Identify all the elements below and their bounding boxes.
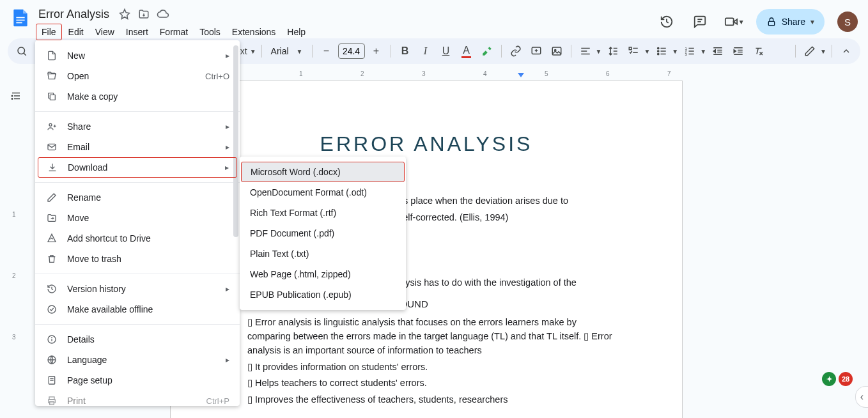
- file-menu-version-history[interactable]: Version history▸: [35, 279, 240, 299]
- insert-link-icon[interactable]: [507, 42, 525, 60]
- download-html[interactable]: Web Page (.html, zipped): [240, 264, 406, 284]
- download-docx[interactable]: Microsoft Word (.docx): [241, 162, 405, 182]
- folder-open-icon: [45, 70, 58, 82]
- submenu-arrow-icon: ▸: [226, 355, 229, 364]
- editing-mode-icon[interactable]: [801, 42, 819, 60]
- ruler-tick: 3: [422, 70, 426, 77]
- star-icon[interactable]: [118, 8, 131, 20]
- bold-icon[interactable]: B: [396, 42, 414, 60]
- increase-font-size[interactable]: +: [368, 42, 385, 60]
- submenu-arrow-icon: ▸: [225, 163, 229, 172]
- bulleted-list-icon[interactable]: [653, 42, 670, 60]
- align-icon[interactable]: [577, 42, 594, 60]
- docs-home-icon[interactable]: [8, 5, 33, 31]
- globe-icon: [45, 353, 58, 366]
- search-menus-icon[interactable]: [13, 42, 31, 60]
- collapse-toolbar-icon[interactable]: [837, 42, 855, 60]
- comments-icon[interactable]: [687, 9, 713, 35]
- chevron-down-icon[interactable]: ▼: [672, 48, 678, 55]
- explore-badges[interactable]: ✦ 28: [822, 372, 853, 386]
- page-setup-icon: [45, 374, 58, 387]
- trash-icon: [45, 252, 58, 265]
- file-menu-share[interactable]: Share▸: [35, 116, 240, 137]
- file-menu-offline[interactable]: Make available offline: [35, 299, 240, 320]
- checklist-icon[interactable]: [624, 42, 642, 60]
- explore-badge-icon[interactable]: ✦: [822, 372, 836, 386]
- download-odt[interactable]: OpenDocument Format (.odt): [240, 182, 406, 203]
- submenu-arrow-icon: ▸: [226, 284, 229, 293]
- italic-icon[interactable]: I: [417, 42, 435, 60]
- file-menu-language[interactable]: Language▸: [35, 350, 240, 370]
- file-menu-make-copy[interactable]: Make a copy: [35, 86, 240, 107]
- underline-icon[interactable]: U: [437, 42, 455, 60]
- copy-icon: [45, 90, 58, 103]
- svg-rect-5: [725, 19, 734, 26]
- chevron-down-icon[interactable]: ▼: [250, 48, 256, 55]
- ruler-tick: 5: [545, 70, 548, 77]
- offline-icon: [45, 303, 58, 316]
- increase-indent-icon[interactable]: [729, 42, 747, 60]
- history-icon: [45, 283, 58, 295]
- menu-format[interactable]: Format: [155, 24, 193, 40]
- file-menu-rename[interactable]: Rename: [35, 187, 240, 208]
- folder-move-icon: [45, 212, 58, 224]
- download-epub[interactable]: EPUB Publication (.epub): [240, 284, 406, 305]
- cloud-status-icon[interactable]: [157, 8, 169, 20]
- file-menu-new[interactable]: New▸: [35, 45, 240, 66]
- menu-tools[interactable]: Tools: [194, 24, 226, 40]
- menu-edit[interactable]: Edit: [63, 24, 89, 40]
- menu-extensions[interactable]: Extensions: [227, 24, 281, 40]
- rename-icon: [45, 191, 58, 204]
- menu-file[interactable]: File: [36, 24, 62, 40]
- file-menu-move[interactable]: Move: [35, 208, 240, 228]
- lock-icon: [766, 17, 777, 27]
- chevron-down-icon[interactable]: ▼: [820, 48, 826, 55]
- svg-point-22: [658, 53, 659, 54]
- meet-button[interactable]: ▼: [720, 9, 748, 35]
- person-add-icon: [45, 120, 58, 133]
- file-menu-add-shortcut[interactable]: Add shortcut to Drive: [35, 228, 240, 249]
- decrease-indent-icon[interactable]: [709, 42, 727, 60]
- decrease-font-size[interactable]: −: [318, 42, 336, 60]
- line-spacing-icon[interactable]: [604, 42, 622, 60]
- download-pdf[interactable]: PDF Document (.pdf): [240, 223, 406, 244]
- ruler-tick: 1: [299, 70, 303, 77]
- svg-rect-1: [16, 20, 24, 21]
- insert-image-icon[interactable]: [548, 42, 566, 60]
- font-size-input[interactable]: 24.4: [338, 43, 365, 59]
- svg-rect-2: [16, 22, 22, 24]
- chevron-down-icon[interactable]: ▼: [809, 19, 816, 26]
- chevron-down-icon[interactable]: ▼: [596, 48, 602, 55]
- download-txt[interactable]: Plain Text (.txt): [240, 244, 406, 264]
- file-menu-print[interactable]: PrintCtrl+P: [35, 391, 240, 406]
- chevron-down-icon[interactable]: ▼: [644, 48, 650, 55]
- chevron-down-icon[interactable]: ▼: [700, 48, 706, 55]
- file-menu-email[interactable]: Email▸: [35, 137, 240, 157]
- history-icon[interactable]: [654, 9, 679, 35]
- doc-title[interactable]: Error Analysis: [36, 7, 112, 22]
- menu-insert[interactable]: Insert: [121, 24, 153, 40]
- info-icon: [45, 333, 58, 346]
- font-family-dropdown[interactable]: Arial▼: [267, 46, 307, 56]
- file-menu-open[interactable]: OpenCtrl+O: [35, 66, 240, 86]
- download-rtf[interactable]: Rich Text Format (.rtf): [240, 203, 406, 223]
- text-color-icon[interactable]: A: [458, 42, 476, 60]
- highlight-icon[interactable]: [478, 42, 496, 60]
- outline-toggle-icon[interactable]: [7, 87, 25, 105]
- move-icon[interactable]: [137, 8, 150, 20]
- file-menu-trash[interactable]: Move to trash: [35, 249, 240, 269]
- share-button[interactable]: Share ▼: [756, 9, 825, 35]
- file-menu-download[interactable]: Download▸: [38, 157, 237, 178]
- menu-view[interactable]: View: [90, 24, 120, 40]
- add-comment-icon[interactable]: [527, 42, 545, 60]
- chevron-down-icon: ▼: [738, 19, 745, 26]
- numbered-list-icon[interactable]: 123: [681, 42, 699, 60]
- notification-badge[interactable]: 28: [839, 372, 853, 386]
- menu-help[interactable]: Help: [282, 24, 311, 40]
- clear-formatting-icon[interactable]: [750, 42, 768, 60]
- indent-marker-icon[interactable]: [518, 73, 524, 77]
- file-menu-details[interactable]: Details: [35, 329, 240, 350]
- account-avatar[interactable]: S: [837, 12, 858, 32]
- vertical-ruler[interactable]: 1 2 3: [11, 109, 21, 418]
- file-menu-page-setup[interactable]: Page setup: [35, 370, 240, 391]
